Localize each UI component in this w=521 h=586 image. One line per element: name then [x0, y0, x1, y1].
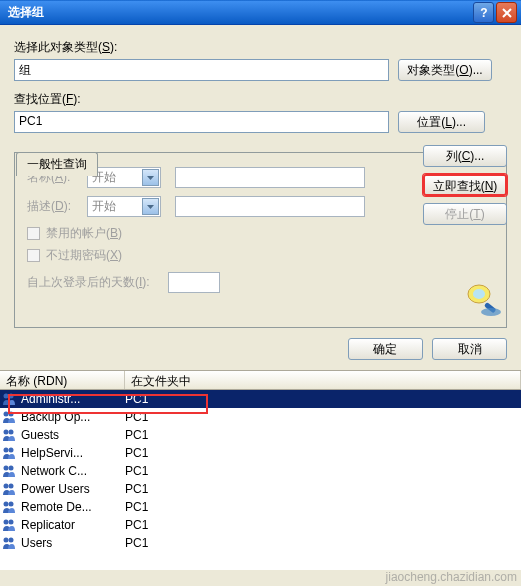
group-icon	[2, 463, 18, 479]
group-icon	[2, 427, 18, 443]
results-list[interactable]: Administr...PC1Backup Op...PC1GuestsPC1H…	[0, 390, 521, 570]
dialog-body: 选择此对象类型(S): 组 对象类型(O)... 查找位置(F): PC1 位置…	[0, 25, 521, 370]
svg-point-7	[4, 412, 9, 417]
location-row: 查找位置(F): PC1 位置(L)...	[14, 91, 507, 133]
table-row[interactable]: Network C...PC1	[0, 462, 521, 480]
days-combo[interactable]	[168, 272, 220, 293]
columns-button[interactable]: 列(C)...	[423, 145, 507, 167]
object-types-button[interactable]: 对象类型(O)...	[398, 59, 491, 81]
nonexpire-row: 不过期密码(X)	[27, 247, 494, 264]
results-area: 名称 (RDN) 在文件夹中 Administr...PC1Backup Op.…	[0, 370, 521, 570]
column-name[interactable]: 名称 (RDN)	[0, 371, 125, 389]
name-combo[interactable]: 开始	[87, 167, 161, 188]
disabled-accounts-checkbox[interactable]	[27, 227, 40, 240]
svg-text:?: ?	[480, 7, 487, 19]
table-row[interactable]: ReplicatorPC1	[0, 516, 521, 534]
row-name: Backup Op...	[21, 410, 125, 424]
table-row[interactable]: HelpServi...PC1	[0, 444, 521, 462]
row-folder: PC1	[125, 428, 521, 442]
svg-point-12	[9, 448, 14, 453]
svg-point-13	[4, 466, 9, 471]
tab-common-queries[interactable]: 一般性查询	[16, 152, 98, 176]
object-type-input[interactable]: 组	[14, 59, 389, 81]
row-name: HelpServi...	[21, 446, 125, 460]
row-folder: PC1	[125, 410, 521, 424]
row-folder: PC1	[125, 482, 521, 496]
svg-point-6	[9, 394, 14, 399]
group-icon	[2, 481, 18, 497]
location-label: 查找位置(F):	[14, 91, 507, 108]
results-header: 名称 (RDN) 在文件夹中	[0, 371, 521, 390]
row-folder: PC1	[125, 518, 521, 532]
location-input[interactable]: PC1	[14, 111, 389, 133]
svg-point-11	[4, 448, 9, 453]
row-name: Power Users	[21, 482, 125, 496]
bottom-buttons: 确定 取消	[14, 338, 507, 360]
row-folder: PC1	[125, 464, 521, 478]
group-icon	[2, 499, 18, 515]
row-name: Users	[21, 536, 125, 550]
titlebar: 选择组 ?	[0, 0, 521, 25]
ok-button[interactable]: 确定	[348, 338, 423, 360]
svg-point-5	[4, 394, 9, 399]
right-button-col: 列(C)... 立即查找(N) 停止(T)	[423, 145, 507, 232]
days-label: 自上次登录后的天数(I):	[27, 274, 150, 291]
watermark: jiaocheng.chazidian.com	[386, 570, 517, 584]
close-button[interactable]	[496, 2, 517, 23]
table-row[interactable]: Remote De...PC1	[0, 498, 521, 516]
disabled-accounts-label: 禁用的帐户(B)	[46, 225, 122, 242]
nonexpire-checkbox[interactable]	[27, 249, 40, 262]
svg-point-22	[9, 538, 14, 543]
object-type-row: 选择此对象类型(S): 组 对象类型(O)...	[14, 39, 507, 81]
svg-point-19	[4, 520, 9, 525]
chevron-down-icon	[142, 198, 159, 215]
svg-point-18	[9, 502, 14, 507]
desc-input[interactable]	[175, 196, 365, 217]
cancel-button[interactable]: 取消	[432, 338, 507, 360]
nonexpire-label: 不过期密码(X)	[46, 247, 122, 264]
column-folder[interactable]: 在文件夹中	[125, 371, 521, 389]
group-icon	[2, 535, 18, 551]
days-row: 自上次登录后的天数(I):	[27, 272, 494, 293]
group-icon	[2, 391, 18, 407]
svg-point-14	[9, 466, 14, 471]
svg-point-16	[9, 484, 14, 489]
desc-label: 描述(D):	[27, 198, 87, 215]
svg-point-21	[4, 538, 9, 543]
table-row[interactable]: GuestsPC1	[0, 426, 521, 444]
row-folder: PC1	[125, 500, 521, 514]
row-name: Replicator	[21, 518, 125, 532]
close-icon	[502, 8, 512, 18]
group-icon	[2, 445, 18, 461]
locations-button[interactable]: 位置(L)...	[398, 111, 485, 133]
row-name: Network C...	[21, 464, 125, 478]
table-row[interactable]: UsersPC1	[0, 534, 521, 552]
table-row[interactable]: Power UsersPC1	[0, 480, 521, 498]
chevron-down-icon	[142, 169, 159, 186]
stop-button[interactable]: 停止(T)	[423, 203, 507, 225]
svg-point-8	[9, 412, 14, 417]
row-folder: PC1	[125, 536, 521, 550]
row-name: Remote De...	[21, 500, 125, 514]
group-icon	[2, 517, 18, 533]
window-title: 选择组	[4, 4, 471, 21]
table-row[interactable]: Administr...PC1	[0, 390, 521, 408]
svg-point-20	[9, 520, 14, 525]
svg-point-2	[473, 289, 485, 299]
row-name: Administr...	[21, 392, 125, 406]
group-icon	[2, 409, 18, 425]
svg-point-9	[4, 430, 9, 435]
question-icon: ?	[479, 7, 489, 19]
row-folder: PC1	[125, 446, 521, 460]
desc-combo[interactable]: 开始	[87, 196, 161, 217]
find-icon	[463, 280, 503, 323]
name-input[interactable]	[175, 167, 365, 188]
row-name: Guests	[21, 428, 125, 442]
find-now-button[interactable]: 立即查找(N)	[423, 174, 507, 196]
object-type-label: 选择此对象类型(S):	[14, 39, 507, 56]
svg-point-15	[4, 484, 9, 489]
svg-point-17	[4, 502, 9, 507]
table-row[interactable]: Backup Op...PC1	[0, 408, 521, 426]
svg-point-10	[9, 430, 14, 435]
help-button[interactable]: ?	[473, 2, 494, 23]
